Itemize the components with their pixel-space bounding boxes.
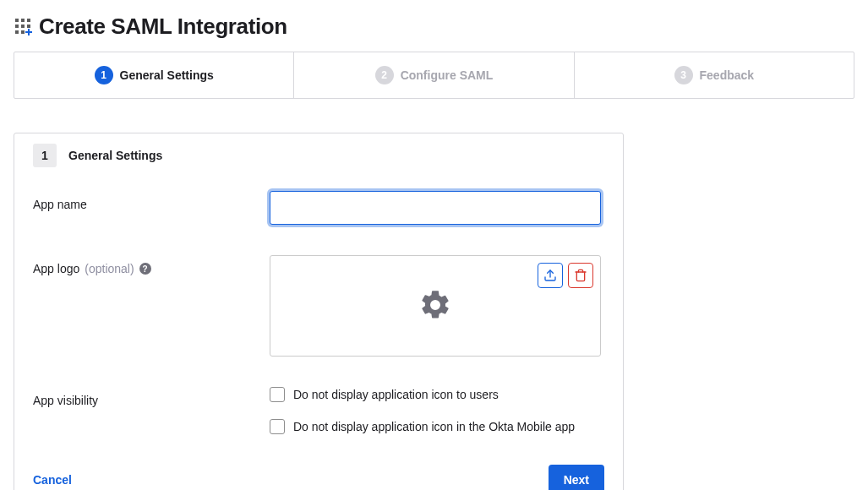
step-feedback[interactable]: 3 Feedback (575, 52, 854, 98)
panel-title: General Settings (68, 149, 162, 162)
svg-point-11 (433, 302, 439, 308)
app-visibility-label: App visibility (33, 387, 270, 407)
app-logo-dropzone[interactable] (270, 255, 601, 357)
checkbox-box (270, 419, 285, 434)
app-grid-icon (14, 17, 34, 37)
wizard-steps: 1 General Settings 2 Configure SAML 3 Fe… (14, 52, 854, 99)
svg-rect-0 (15, 19, 19, 22)
visibility-hide-mobile-checkbox[interactable]: Do not display application icon in the O… (270, 419, 575, 434)
svg-rect-2 (27, 19, 30, 22)
svg-rect-7 (21, 30, 25, 34)
svg-rect-3 (15, 24, 19, 28)
next-button[interactable]: Next (549, 465, 604, 490)
step-number: 1 (95, 66, 113, 84)
step-number: 2 (375, 66, 394, 84)
gear-icon (418, 288, 452, 324)
cancel-button[interactable]: Cancel (33, 473, 72, 487)
visibility-hide-users-checkbox[interactable]: Do not display application icon to users (270, 387, 499, 402)
svg-rect-5 (27, 24, 30, 28)
app-name-label: App name (33, 191, 270, 211)
svg-rect-4 (21, 24, 25, 28)
svg-rect-6 (15, 30, 19, 34)
svg-rect-1 (21, 19, 25, 22)
step-label: General Settings (120, 68, 214, 82)
app-name-input[interactable] (270, 191, 601, 225)
page-title: Create SAML Integration (39, 14, 287, 40)
checkbox-box (270, 387, 285, 402)
step-general-settings[interactable]: 1 General Settings (14, 52, 294, 98)
step-label: Feedback (700, 68, 755, 82)
upload-logo-button[interactable] (538, 263, 563, 288)
step-label: Configure SAML (401, 68, 494, 82)
step-configure-saml[interactable]: 2 Configure SAML (294, 52, 574, 98)
app-logo-label: App logo (optional) ? (33, 255, 270, 275)
general-settings-panel: 1 General Settings App name App logo (op… (14, 133, 624, 490)
help-icon[interactable]: ? (139, 263, 151, 275)
step-number: 3 (674, 66, 693, 84)
delete-logo-button[interactable] (568, 263, 593, 288)
panel-number: 1 (33, 144, 57, 167)
